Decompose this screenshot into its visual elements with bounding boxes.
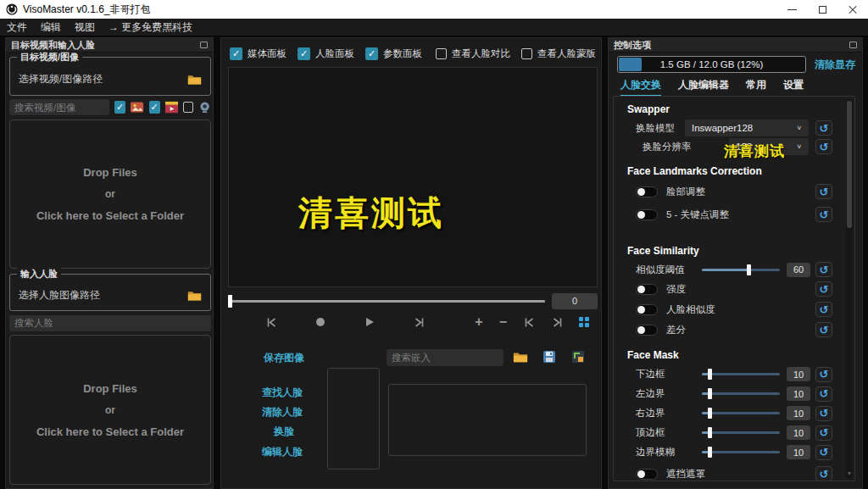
mask-blur-value[interactable]: 10 — [787, 445, 810, 459]
differencing-toggle[interactable] — [636, 325, 658, 336]
reset-button[interactable]: ↺ — [815, 207, 832, 222]
videos-filter-checkbox[interactable]: ✓ — [149, 101, 160, 114]
clear-vram-button[interactable]: 清除显存 — [815, 58, 855, 72]
reset-icon: ↺ — [820, 141, 829, 153]
reset-button[interactable]: ↺ — [815, 120, 832, 136]
face-mask-view-checkbox[interactable]: 查看人脸蒙版 — [521, 47, 596, 60]
reset-button[interactable]: ↺ — [815, 406, 832, 421]
webcam-filter-checkbox[interactable] — [183, 102, 193, 113]
open-embeddings-folder-icon[interactable] — [513, 350, 528, 364]
mask-left-value[interactable]: 10 — [787, 386, 810, 401]
search-faces-input[interactable] — [9, 315, 211, 331]
target-media-dropzone[interactable]: Drop Files or Click here to Select a Fol… — [9, 119, 211, 269]
mask-blur-slider[interactable] — [702, 451, 780, 453]
find-faces-button[interactable]: 查找人脸 — [262, 386, 303, 400]
menu-view[interactable]: 视图 — [68, 20, 102, 35]
edit-faces-button[interactable]: 编辑人脸 — [262, 445, 303, 459]
search-media-input[interactable] — [9, 99, 109, 115]
zoom-out-button[interactable]: − — [499, 316, 507, 328]
reset-button[interactable]: ↺ — [815, 262, 832, 277]
mask-bottom-slider[interactable] — [702, 373, 780, 375]
face-compare-checkbox[interactable]: 查看人脸对比 — [436, 47, 510, 60]
folder-icon[interactable] — [187, 73, 202, 86]
close-button[interactable] — [837, 0, 868, 19]
reset-button[interactable]: ↺ — [815, 445, 832, 460]
mask-right-value[interactable]: 10 — [787, 406, 810, 420]
faces-search-row — [9, 314, 211, 331]
skip-end-button[interactable] — [413, 316, 425, 328]
reset-button[interactable]: ↺ — [815, 322, 832, 337]
mask-top-slider[interactable] — [702, 431, 780, 434]
export-image-icon[interactable] — [571, 350, 585, 364]
menu-file[interactable]: 文件 — [0, 20, 34, 35]
slider-handle[interactable] — [747, 264, 751, 275]
keypoints-adjust-label: 5 - 关键点调整 — [666, 208, 729, 221]
float-panel-icon[interactable] — [849, 42, 857, 48]
reset-button[interactable]: ↺ — [815, 466, 832, 481]
swap-model-select[interactable]: Inswapper128 ∨ — [685, 119, 809, 136]
settings-scrollbar[interactable] — [846, 99, 853, 478]
play-button[interactable] — [364, 316, 376, 328]
frame-number-box[interactable]: 0 — [552, 293, 598, 309]
mask-left-slider[interactable] — [702, 392, 780, 395]
faces-panel-label: 人脸面板 — [315, 47, 354, 60]
similarity-threshold-value[interactable]: 60 — [787, 263, 810, 277]
similarity-threshold-slider[interactable] — [702, 269, 780, 271]
grid-view-icon[interactable] — [579, 317, 589, 327]
record-button[interactable] — [314, 316, 326, 328]
clear-faces-button[interactable]: 清除人脸 — [262, 405, 303, 420]
save-image-button[interactable]: 保存图像 — [264, 351, 304, 365]
slider-handle[interactable] — [708, 408, 712, 419]
media-panel-checkbox[interactable]: ✓ 媒体面板 — [230, 47, 287, 60]
minimize-button[interactable] — [776, 0, 807, 19]
skip-start-button[interactable] — [265, 316, 277, 328]
face-compare-label: 查看人脸对比 — [452, 47, 510, 60]
maximize-button[interactable] — [807, 0, 837, 19]
reset-button[interactable]: ↺ — [815, 139, 832, 154]
drop-files-text: Drop Files — [83, 382, 137, 395]
tab-settings[interactable]: 设置 — [783, 78, 804, 97]
float-panel-icon[interactable] — [200, 42, 208, 48]
reset-button[interactable]: ↺ — [815, 367, 832, 382]
search-embeddings-input[interactable] — [387, 349, 504, 366]
mask-bottom-value[interactable]: 10 — [787, 367, 810, 381]
menu-more-link[interactable]: → 更多免费黑科技 — [102, 20, 199, 35]
face-similarity-toggle[interactable] — [636, 304, 658, 315]
prev-frame-button[interactable] — [523, 316, 535, 328]
images-filter-checkbox[interactable]: ✓ — [114, 101, 125, 114]
menu-edit[interactable]: 编辑 — [34, 20, 68, 35]
tab-face-editor[interactable]: 人脸编辑器 — [678, 78, 729, 97]
slider-handle[interactable] — [708, 388, 712, 399]
reset-button[interactable]: ↺ — [815, 281, 832, 297]
input-faces-dropzone[interactable]: Drop Files or Click here to Select a Fol… — [9, 335, 211, 485]
timeline-slider[interactable] — [228, 300, 545, 303]
mask-right-slider[interactable] — [702, 412, 780, 414]
zoom-in-button[interactable]: + — [475, 316, 482, 328]
save-embeddings-icon[interactable] — [542, 350, 556, 364]
slider-handle[interactable] — [708, 427, 712, 438]
reset-icon: ↺ — [820, 186, 829, 198]
reset-icon: ↺ — [820, 208, 829, 221]
strength-toggle[interactable] — [636, 284, 658, 295]
tab-face-swap[interactable]: 人脸交换 — [620, 78, 661, 97]
slider-handle[interactable] — [708, 369, 712, 380]
reset-icon: ↺ — [820, 407, 829, 420]
face-adjust-toggle[interactable] — [636, 186, 658, 197]
reset-button[interactable]: ↺ — [815, 184, 832, 199]
tab-common[interactable]: 常用 — [746, 78, 766, 97]
reset-button[interactable]: ↺ — [815, 302, 832, 317]
swap-face-button[interactable]: 换脸 — [274, 425, 294, 439]
folder-icon[interactable] — [187, 289, 202, 302]
occlusion-mask-toggle[interactable] — [636, 469, 658, 480]
keypoints-adjust-toggle[interactable] — [636, 209, 658, 220]
scrollbar-thumb[interactable] — [847, 101, 852, 228]
params-panel-checkbox[interactable]: ✓ 参数面板 — [365, 47, 422, 60]
faces-panel-checkbox[interactable]: ✓ 人脸面板 — [298, 47, 354, 60]
mask-top-value[interactable]: 10 — [787, 425, 810, 440]
reset-button[interactable]: ↺ — [815, 386, 832, 402]
timeline-handle[interactable] — [228, 295, 232, 308]
panel-toggle-row: ✓ 媒体面板 ✓ 人脸面板 ✓ 参数面板 查看人脸对比 查看人脸蒙版 — [230, 47, 596, 60]
reset-button[interactable]: ↺ — [815, 425, 832, 441]
slider-handle[interactable] — [708, 447, 712, 458]
next-frame-button[interactable] — [551, 316, 563, 328]
